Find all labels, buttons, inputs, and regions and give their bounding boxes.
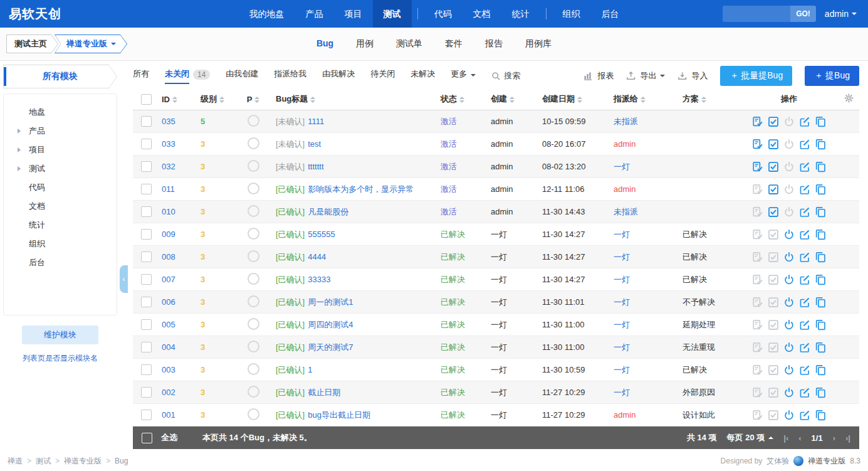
edit-icon[interactable] [799, 139, 810, 150]
assignee-link[interactable]: 未指派 [614, 207, 638, 216]
assignee-link[interactable]: 一灯 [614, 297, 630, 307]
bug-title-link[interactable]: 截止日期 [308, 388, 340, 397]
copy-icon[interactable] [815, 251, 826, 263]
row-checkbox[interactable] [141, 410, 152, 420]
copy-icon[interactable] [815, 116, 826, 127]
footer-crumb-1[interactable]: 测试 [36, 456, 51, 467]
row-checkbox[interactable] [141, 184, 152, 194]
close-icon[interactable] [783, 251, 795, 263]
copy-icon[interactable] [815, 229, 826, 240]
resolve-icon[interactable] [768, 184, 779, 195]
copy-icon[interactable] [815, 387, 826, 398]
copy-icon[interactable] [815, 161, 826, 172]
bug-id-link[interactable]: 003 [162, 365, 175, 374]
sidebar-item-backend[interactable]: 后台 [4, 253, 117, 272]
footer-crumb-0[interactable]: 禅道 [8, 456, 23, 467]
prev-page-button[interactable]: ‹ [798, 433, 801, 443]
report-button[interactable]: 报表 [583, 70, 614, 82]
assignee-link[interactable]: 一灯 [614, 230, 630, 239]
edit-icon[interactable] [799, 161, 810, 172]
bug-id-link[interactable]: 007 [162, 275, 175, 284]
create-bug-button[interactable]: ＋ 提Bug [805, 66, 859, 86]
sidebar-item-test[interactable]: 测试 [4, 159, 117, 178]
bug-id-link[interactable]: 010 [162, 207, 175, 216]
assignee-link[interactable]: 一灯 [614, 342, 630, 352]
bug-id-link[interactable]: 033 [162, 139, 175, 149]
bug-id-link[interactable]: 008 [162, 252, 175, 262]
row-checkbox[interactable] [141, 297, 152, 307]
assignee-link[interactable]: admin [614, 410, 635, 420]
copy-icon[interactable] [815, 206, 826, 218]
first-page-button[interactable]: |‹ [783, 433, 788, 443]
close-icon[interactable] [783, 229, 795, 240]
bug-title-link[interactable]: 影响版本为多个时，显示异常 [308, 184, 414, 194]
breadcrumb-product-switcher[interactable]: 禅道专业版 [55, 34, 127, 53]
filter-assigntome[interactable]: 指派给我 [274, 68, 306, 84]
footer-crumb-2[interactable]: 禅道专业版 [64, 456, 102, 467]
edit-icon[interactable] [799, 274, 810, 285]
edit-icon[interactable] [799, 297, 810, 308]
breadcrumb-test-home[interactable]: 测试主页 [6, 34, 58, 53]
assignee-link[interactable]: 一灯 [614, 252, 630, 262]
copy-icon[interactable] [815, 364, 826, 376]
tab-caselib[interactable]: 用例库 [525, 38, 552, 50]
sidebar-item-project[interactable]: 项目 [4, 140, 117, 159]
column-title[interactable]: Bug标题 [273, 88, 438, 110]
bug-title-link[interactable]: 33333 [308, 275, 330, 284]
row-checkbox[interactable] [141, 251, 152, 262]
footer-crumb-3[interactable]: Bug [115, 457, 128, 465]
tab-report[interactable]: 报告 [485, 38, 503, 50]
tab-bug[interactable]: Bug [316, 38, 333, 50]
last-page-button[interactable]: ›| [845, 433, 850, 443]
bug-id-link[interactable]: 001 [162, 410, 175, 420]
next-page-button[interactable]: › [833, 433, 835, 443]
edit-icon[interactable] [799, 364, 810, 376]
sidebar-collapse-handle[interactable]: ‹ [120, 265, 128, 293]
bug-title-link[interactable]: 周天的测试7 [308, 342, 353, 352]
nav-item-project[interactable]: 项目 [334, 0, 373, 28]
bug-title-link[interactable]: 周四的测试4 [308, 320, 353, 329]
nav-item-stats[interactable]: 统计 [501, 0, 540, 28]
close-icon[interactable] [783, 319, 795, 331]
copy-icon[interactable] [815, 184, 826, 195]
copy-icon[interactable] [815, 274, 826, 285]
assignee-link[interactable]: 未指派 [614, 117, 638, 126]
assignee-link[interactable]: 一灯 [614, 388, 630, 397]
edit-icon[interactable] [799, 184, 810, 195]
user-menu[interactable]: admin [825, 9, 857, 19]
column-priority[interactable]: P [233, 88, 273, 110]
bug-title-link[interactable]: 周一的测试1 [308, 297, 353, 307]
row-checkbox[interactable] [141, 319, 152, 330]
global-search-input[interactable] [723, 6, 790, 22]
close-icon[interactable] [783, 387, 795, 398]
filter-resolvedbyme[interactable]: 由我解决 [322, 68, 355, 84]
nav-item-org[interactable]: 组织 [552, 0, 591, 28]
bug-id-link[interactable]: 005 [162, 320, 175, 329]
column-id[interactable]: ID [159, 88, 198, 110]
confirm-icon[interactable] [752, 139, 763, 150]
assignee-link[interactable]: 一灯 [614, 162, 630, 171]
column-created-date[interactable]: 创建日期 [540, 88, 611, 110]
bug-title-link[interactable]: 凡是能股份 [308, 207, 348, 216]
row-checkbox[interactable] [141, 116, 152, 127]
column-creator[interactable]: 创建 [488, 88, 540, 110]
edit-icon[interactable] [799, 319, 810, 331]
bug-title-link[interactable]: test [308, 139, 321, 149]
copy-icon[interactable] [815, 139, 826, 150]
nav-item-code[interactable]: 代码 [424, 0, 463, 28]
resolve-icon[interactable] [768, 161, 779, 172]
bug-title-link[interactable]: 1 [308, 365, 312, 374]
close-icon[interactable] [783, 274, 795, 285]
bug-id-link[interactable]: 035 [162, 117, 175, 126]
close-icon[interactable] [783, 410, 795, 421]
per-page-selector[interactable]: 每页 20 项 [727, 432, 774, 443]
bug-id-link[interactable]: 032 [162, 162, 175, 171]
sidebar-item-stats[interactable]: 统计 [4, 216, 117, 235]
assignee-link[interactable]: 一灯 [614, 275, 630, 284]
copy-icon[interactable] [815, 410, 826, 421]
search-go-button[interactable]: GO! [790, 6, 816, 22]
bug-title-link[interactable]: bug导出截止日期 [308, 410, 370, 420]
confirm-icon[interactable] [752, 161, 763, 172]
nav-item-backend[interactable]: 后台 [591, 0, 630, 28]
app-logo[interactable]: 易软天创 [9, 6, 61, 23]
